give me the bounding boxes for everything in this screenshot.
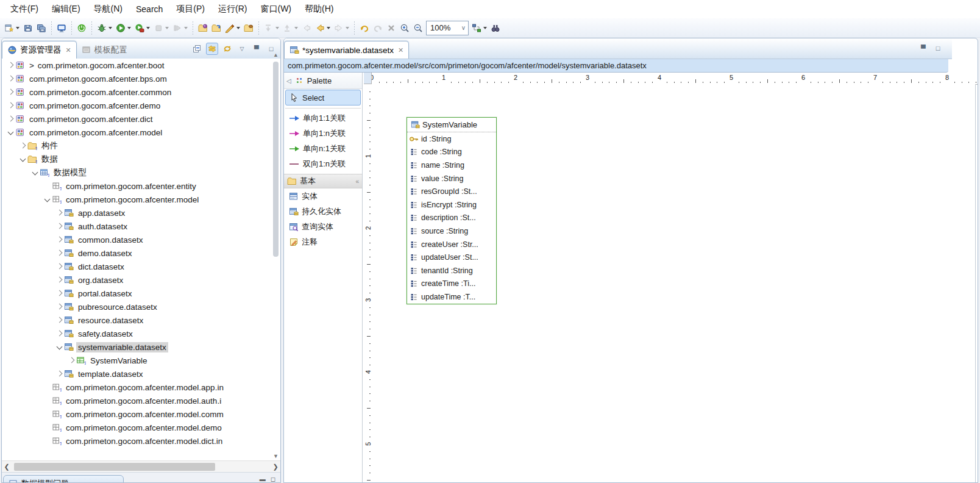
palette-tool-query-entity[interactable]: 查询实体 [285, 220, 361, 234]
entity-field-isEncrypt[interactable]: isEncrypt :String [407, 198, 496, 212]
tree-vscroll-thumb[interactable] [273, 62, 279, 257]
dropdown-caret-icon[interactable] [165, 27, 169, 29]
view-menu-button[interactable]: ▽ [236, 43, 247, 54]
dropdown-caret-icon[interactable] [483, 27, 487, 29]
dropdown-caret-icon[interactable] [294, 27, 298, 29]
dropdown-caret-icon[interactable] [127, 27, 131, 29]
tree-item-com-primeton-gocom-afcenter-dict[interactable]: com.primeton.gocom.afcenter.dict [2, 112, 280, 126]
open-resource-folder-button[interactable] [197, 21, 209, 35]
tree-item-template-datasetx[interactable]: template.datasetx [2, 367, 280, 381]
entity-field-createTime[interactable]: createTime :Ti... [407, 277, 496, 291]
new-wizard-button[interactable] [3, 21, 21, 35]
palette-tool-note[interactable]: 注释 [285, 235, 361, 249]
tree-item-com-primeton-gocom-afcenter-model-app-in[interactable]: ?com.primeton.gocom.afcenter.model.app.i… [2, 381, 280, 394]
chevron-right-icon[interactable] [5, 60, 15, 70]
menu-item-5[interactable]: 项目(P) [169, 1, 211, 17]
zoom-in-button[interactable] [399, 21, 411, 35]
debug-button[interactable] [96, 21, 113, 35]
save-all-button[interactable] [35, 21, 48, 35]
export-folder-button[interactable] [243, 21, 255, 35]
bottom-panel-tab[interactable]: 数据模型问题 [3, 475, 124, 482]
palette-tool-persistent-entity[interactable]: 持久化实体 [285, 204, 361, 219]
tree-item-com-primeton-gocom-afcenter-common[interactable]: com.primeton.gocom.afcenter.common [2, 85, 280, 99]
auto-layout-button[interactable] [470, 21, 488, 35]
import-folder-button[interactable] [210, 21, 222, 35]
palette-section-basic[interactable]: 基本« [284, 174, 362, 188]
tree-horizontal-scrollbar[interactable]: ❮ ❯ [2, 460, 280, 473]
chevron-right-icon[interactable] [66, 356, 76, 365]
scroll-left-icon[interactable]: ❮ [2, 463, 12, 471]
tree-item-com-primeton-gocom-afcenter-model-comm[interactable]: ?com.primeton.gocom.afcenter.model.comm [2, 407, 280, 421]
dropdown-caret-icon[interactable] [346, 27, 349, 29]
search-binoculars-button[interactable] [489, 21, 502, 35]
chevron-right-icon[interactable] [5, 101, 15, 110]
bottom-maximize-icon[interactable]: ◻ [271, 476, 275, 482]
tree-item-systemvariable-datasetx[interactable]: systemvariable.datasetx [2, 340, 280, 354]
close-icon[interactable]: ✕ [398, 46, 403, 54]
breadcrumb[interactable]: com.primeton.gocom.afcenter.model/src/co… [284, 59, 948, 73]
bottom-minimize-icon[interactable]: ▬ [260, 476, 266, 482]
view-tab-resource-explorer[interactable]: 资源管理器✕ [2, 41, 77, 59]
tree-item-resource-datasetx[interactable]: resource.datasetx [2, 313, 280, 327]
menu-item-3[interactable]: 导航(N) [87, 1, 129, 17]
tree-item-org-datasetx[interactable]: org.datasetx [2, 273, 280, 287]
menu-item-7[interactable]: 窗口(W) [254, 1, 298, 17]
chevron-right-icon[interactable] [54, 288, 64, 298]
dropdown-caret-icon[interactable] [184, 27, 188, 29]
dropdown-caret-icon[interactable] [146, 27, 150, 29]
tree-item-com-primeton-gocom-afcenter-model-demo[interactable]: ?com.primeton.gocom.afcenter.model.demo [2, 421, 280, 434]
entity-field-source[interactable]: source :String [407, 224, 496, 238]
tree-vertical-scrollbar[interactable]: ▲ ▼ [272, 59, 280, 460]
refresh-button[interactable] [222, 43, 233, 54]
tree-item-portal-datasetx[interactable]: portal.datasetx [2, 287, 280, 300]
tree-item--[interactable]: ?数据模型 [2, 166, 280, 179]
dropdown-caret-icon[interactable] [16, 27, 20, 29]
entity-field-value[interactable]: value :String [407, 172, 496, 185]
tree-item--[interactable]: ?数据 [2, 152, 280, 166]
pin-icon[interactable]: « [355, 178, 359, 185]
chevron-right-icon[interactable] [18, 141, 27, 151]
entity-title-row[interactable]: SystemVariable [407, 118, 496, 132]
chevron-right-icon[interactable] [54, 315, 64, 325]
tree-item-safety-datasetx[interactable]: safety.datasetx [2, 327, 280, 340]
chevron-right-icon[interactable] [5, 74, 15, 84]
entity-field-updateUser[interactable]: updateUser :St... [407, 251, 496, 264]
save-button[interactable] [22, 21, 34, 35]
chevron-right-icon[interactable] [54, 369, 64, 379]
tree-hscroll-thumb[interactable] [14, 463, 215, 471]
resource-tree[interactable]: > com.primeton.gocom.afcenter.bootcom.pr… [2, 59, 280, 461]
menu-item-2[interactable]: 编辑(E) [45, 1, 87, 17]
chevron-right-icon[interactable] [54, 329, 64, 338]
tree-item--[interactable]: ?构件 [2, 139, 280, 152]
diagram-canvas[interactable]: SystemVariable id :Stringcode :Stringnam… [372, 84, 976, 482]
palette-header[interactable]: ◁ Palette [284, 73, 362, 89]
paintbrush-button[interactable] [224, 21, 241, 35]
dropdown-caret-icon[interactable] [236, 27, 240, 29]
chevron-down-icon[interactable] [42, 195, 52, 204]
collapse-all-button[interactable] [191, 43, 202, 54]
chevron-down-icon[interactable] [54, 342, 64, 352]
tree-item-app-datasetx[interactable]: app.datasetx [2, 206, 280, 220]
chevron-right-icon[interactable] [5, 114, 15, 124]
delete-button[interactable] [385, 21, 397, 35]
spring-boot-button[interactable] [76, 21, 88, 35]
editor-minimize-button[interactable]: ▀ [918, 43, 929, 54]
palette-tool-relation-3[interactable]: 单向n:1关联 [285, 141, 361, 156]
tree-item-com-primeton-gocom-afcenter-model[interactable]: com.primeton.gocom.afcenter.model [2, 126, 280, 139]
tree-item-systemvariable[interactable]: ?SystemVariable [2, 354, 280, 367]
scroll-up-icon[interactable]: ▲ [272, 52, 280, 58]
tree-item-com-primeton-gocom-afcenter-model[interactable]: ?com.primeton.gocom.afcenter.model [2, 193, 280, 206]
chevron-right-icon[interactable] [54, 248, 64, 258]
view-tab-template-config[interactable]: 模板配置 [77, 41, 132, 59]
tree-item-com-primeton-gocom-afcenter-boot[interactable]: > com.primeton.gocom.afcenter.boot [2, 59, 280, 72]
entity-field-resGroupId[interactable]: resGroupId :St... [407, 185, 496, 198]
dropdown-caret-icon[interactable] [275, 27, 279, 29]
zoom-level-select[interactable]: 100%∨ [426, 21, 469, 35]
back-arrow-button[interactable] [314, 21, 332, 35]
chevron-down-icon[interactable] [5, 127, 15, 137]
chevron-right-icon[interactable] [54, 275, 64, 285]
chevron-right-icon[interactable] [54, 302, 64, 312]
run-button[interactable] [115, 21, 132, 35]
chevron-right-icon[interactable] [54, 221, 64, 231]
tree-item-pubresource-datasetx[interactable]: pubresource.datasetx [2, 300, 280, 313]
